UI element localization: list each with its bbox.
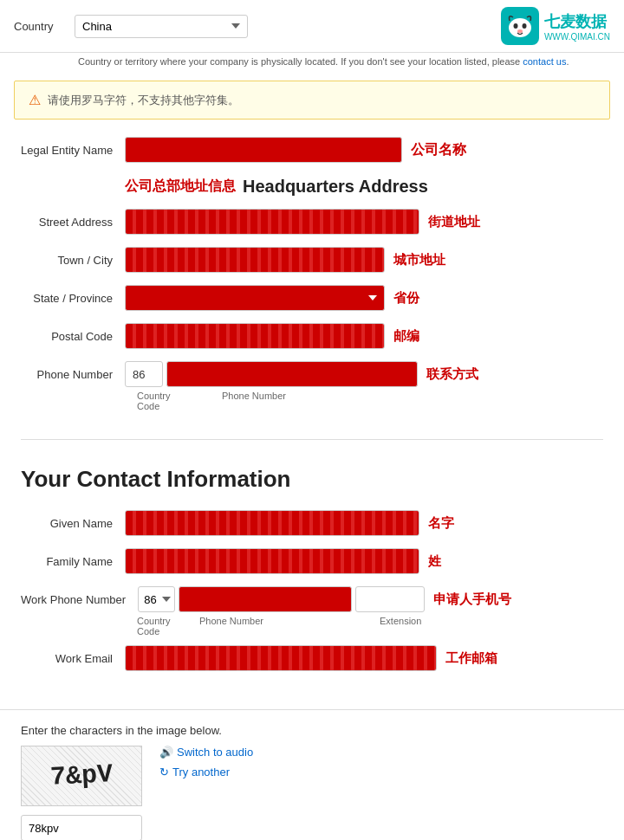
logo-url: WWW.QIMAI.CN <box>544 32 610 42</box>
audio-icon: 🔊 <box>159 746 173 759</box>
town-city-label: Town / City <box>21 254 125 267</box>
legal-entity-row: Legal Entity Name 公司名称 <box>21 137 603 163</box>
warning-banner: ⚠ 请使用罗马字符，不支持其他字符集。 <box>14 81 610 120</box>
legal-entity-section: Legal Entity Name 公司名称 公司总部地址信息 Headquar… <box>0 126 624 430</box>
family-name-input[interactable] <box>125 548 419 574</box>
family-name-row: Family Name 姓 <box>21 548 603 574</box>
captcha-image: 7&pV <box>21 746 142 806</box>
phone-number-annotation: 联系方式 <box>426 366 478 383</box>
legal-entity-label: Legal Entity Name <box>21 144 125 157</box>
work-phone-annotation: 申请人手机号 <box>433 591 511 608</box>
work-phone-country-select[interactable]: 86 <box>138 586 175 612</box>
phone-number-row: Phone Number 86 联系方式 <box>21 361 603 387</box>
work-email-label: Work Email <box>21 652 125 665</box>
town-city-row: Town / City 城市地址 <box>21 247 603 273</box>
contact-heading: Your Contact Information <box>21 466 603 493</box>
captcha-actions: 🔊 Switch to audio ↻ Try another <box>159 746 253 779</box>
contact-link[interactable]: contact us <box>523 56 566 67</box>
postal-code-row: Postal Code 邮编 <box>21 323 603 349</box>
switch-to-audio-link[interactable]: 🔊 Switch to audio <box>159 746 253 759</box>
family-name-label: Family Name <box>21 555 125 568</box>
street-address-label: Street Address <box>21 216 125 229</box>
phone-cc-label: Country Code <box>137 391 175 411</box>
logo-main-text: 七麦数据 <box>544 13 607 30</box>
state-province-row: State / Province Beijing 省份 <box>21 285 603 311</box>
street-address-annotation: 街道地址 <box>428 214 480 230</box>
phone-number-label: Phone Number <box>21 368 125 381</box>
given-name-input[interactable] <box>125 510 419 536</box>
separator-1 <box>21 439 603 440</box>
phone-num-label: Phone Number <box>222 391 286 411</box>
postal-code-input[interactable] <box>125 323 385 349</box>
work-phone-number-input[interactable] <box>179 586 352 612</box>
logo-area: 七麦数据 WWW.QIMAI.CN <box>501 7 610 45</box>
captcha-input-row <box>21 815 603 840</box>
warning-icon: ⚠ <box>29 92 41 108</box>
given-name-row: Given Name 名字 <box>21 510 603 536</box>
family-name-annotation: 姓 <box>428 553 441 570</box>
phone-country-code: 86 <box>125 361 163 387</box>
work-phone-sub-labels: Country Code Phone Number Extension <box>21 616 603 636</box>
country-select[interactable]: China <box>75 15 248 38</box>
street-address-row: Street Address 街道地址 <box>21 209 603 235</box>
town-city-annotation: 城市地址 <box>393 252 445 268</box>
captcha-section: Enter the characters in the image below.… <box>0 709 624 840</box>
svg-point-3 <box>522 23 526 29</box>
work-phone-label: Work Phone Number <box>21 593 138 606</box>
hq-cn-label: 公司总部地址信息 <box>125 178 236 196</box>
phone-number-input[interactable] <box>166 361 418 387</box>
svg-point-2 <box>513 23 517 29</box>
state-province-annotation: 省份 <box>393 290 419 307</box>
work-phone-cc-label: Country Code <box>137 616 192 636</box>
given-name-annotation: 名字 <box>428 515 454 532</box>
contact-section: Your Contact Information Given Name 名字 F… <box>0 449 624 701</box>
town-city-input[interactable] <box>125 247 385 273</box>
work-phone-ext-label: Extension <box>380 616 421 636</box>
work-phone-extension-input[interactable] <box>355 586 425 612</box>
state-province-wrap: Beijing <box>125 285 385 311</box>
headquarters-heading: 公司总部地址信息 Headquarters Address <box>21 177 603 197</box>
logo-cat-icon <box>501 7 539 45</box>
svg-point-4 <box>517 29 523 33</box>
country-hint: Country or territory where your company … <box>0 53 624 74</box>
refresh-icon: ↻ <box>159 766 169 779</box>
warning-text: 请使用罗马字符，不支持其他字符集。 <box>48 93 239 108</box>
top-bar: Country China 七麦数据 WWW.QIMAI.CN <box>0 0 624 53</box>
work-phone-row: Work Phone Number 86 申请人手机号 <box>21 586 603 612</box>
work-email-row: Work Email 工作邮箱 <box>21 645 603 671</box>
captcha-area: 7&pV 🔊 Switch to audio ↻ Try another <box>21 746 603 806</box>
country-row: Country China <box>14 15 501 38</box>
legal-entity-input[interactable] <box>125 137 402 163</box>
postal-code-annotation: 邮编 <box>393 328 419 345</box>
work-email-input[interactable] <box>125 645 437 671</box>
try-another-link[interactable]: ↻ Try another <box>159 766 253 779</box>
state-province-select[interactable]: Beijing <box>125 285 385 311</box>
phone-sub-labels: Country Code Phone Number <box>21 391 603 411</box>
postal-code-label: Postal Code <box>21 330 125 343</box>
work-email-annotation: 工作邮箱 <box>445 650 497 667</box>
company-name-badge: 公司名称 <box>411 141 466 159</box>
work-phone-num-label: Phone Number <box>199 616 373 636</box>
logo-text-area: 七麦数据 WWW.QIMAI.CN <box>544 11 610 42</box>
hq-en-label: Headquarters Address <box>243 177 428 197</box>
captcha-input[interactable] <box>21 815 142 840</box>
given-name-label: Given Name <box>21 517 125 530</box>
state-province-label: State / Province <box>21 292 125 305</box>
street-address-input[interactable] <box>125 209 419 235</box>
captcha-label: Enter the characters in the image below. <box>21 724 603 737</box>
country-label: Country <box>14 20 66 33</box>
